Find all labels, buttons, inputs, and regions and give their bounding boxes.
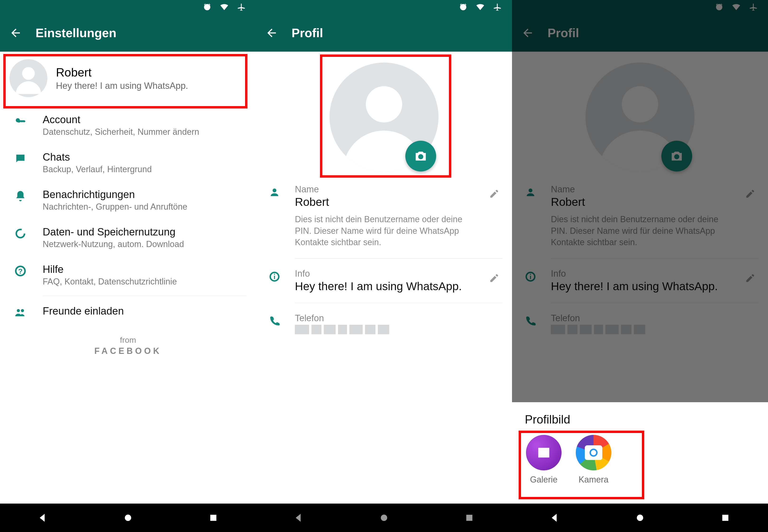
nav-recents-button[interactable] [201,511,225,525]
svg-point-13 [381,515,387,521]
android-nav-bar [512,504,768,532]
item-subtitle: Backup, Verlauf, Hintergrund [43,164,152,174]
svg-point-9 [272,189,276,192]
settings-item-invite[interactable]: Freunde einladen [0,298,256,326]
option-label: Kamera [575,475,613,485]
svg-text:?: ? [18,267,23,275]
svg-rect-14 [466,515,473,521]
nav-home-button[interactable] [116,511,140,525]
svg-rect-7 [210,515,216,521]
profile-row[interactable]: Robert Hey there! I am using WhatsApp. [0,52,256,107]
svg-point-4 [17,309,20,312]
android-nav-bar [256,504,512,532]
option-label: Galerie [525,475,563,485]
svg-rect-11 [274,276,275,279]
item-title: Account [43,114,199,126]
status-bar [0,0,256,14]
android-nav-bar [0,504,256,532]
item-title: Hilfe [43,263,177,275]
phone-field[interactable]: Telefon [256,305,512,342]
nav-back-button[interactable] [31,511,54,525]
profile-status: Hey there! I am using WhatsApp. [56,81,188,91]
alarm-icon [458,2,469,12]
phone-label: Telefon [295,313,503,323]
camera-icon [576,435,611,470]
name-field[interactable]: Name Robert Dies ist nicht dein Benutzer… [256,176,512,256]
edit-info-button[interactable] [486,269,503,283]
phone-value-redacted [295,325,503,334]
svg-rect-12 [274,274,275,275]
svg-point-0 [22,67,35,80]
nav-back-button[interactable] [287,511,310,525]
option-camera[interactable]: Kamera [575,435,613,485]
settings-item-account[interactable]: Account Datenschutz, Sicherheit, Nummer … [0,107,256,144]
sheet-options: Galerie Kamera [525,435,755,485]
divider [295,258,503,259]
settings-item-notifications[interactable]: Benachrichtigungen Nachrichten-, Gruppen… [0,181,256,219]
item-subtitle: FAQ, Kontakt, Datenschutzrichtlinie [43,277,177,287]
alarm-icon [202,2,212,12]
wifi-icon [219,2,229,12]
nav-back-button[interactable] [543,511,567,525]
option-gallery[interactable]: Galerie [525,435,563,485]
change-photo-fab[interactable] [405,141,436,171]
item-title: Daten- und Speichernutzung [43,226,184,238]
info-field[interactable]: Info Hey there! I am using WhatsApp. [256,261,512,301]
person-icon [269,184,295,199]
photo-source-sheet: Profilbild Galerie Kamera [512,402,768,504]
svg-point-8 [366,86,402,122]
from-label: from [0,335,256,345]
nav-recents-button[interactable] [458,511,481,525]
brand-label: FACEBOOK [0,346,256,356]
triptych: Einstellungen Robert Hey there! I am usi… [0,0,768,532]
nav-home-button[interactable] [628,511,652,525]
item-subtitle: Datenschutz, Sicherheit, Nummer ändern [43,127,199,137]
item-title: Freunde einladen [43,305,124,317]
svg-point-20 [637,515,643,521]
item-subtitle: Nachrichten-, Gruppen- und Anruftöne [43,202,187,212]
settings-content: Robert Hey there! I am using WhatsApp. A… [0,52,256,356]
screen-profile: Profil Name Robert Dies ist nicht dein B… [256,0,512,532]
appbar-title: Profil [291,26,323,40]
phone-icon [269,313,295,328]
svg-point-5 [21,309,24,312]
divider [43,296,246,296]
screen-settings: Einstellungen Robert Hey there! I am usi… [0,0,256,532]
back-button[interactable] [264,26,279,40]
sheet-title: Profilbild [525,413,755,426]
bell-icon [14,189,43,202]
app-bar: Einstellungen [0,14,256,52]
settings-item-chats[interactable]: Chats Backup, Verlauf, Hintergrund [0,144,256,181]
airplane-icon [236,2,246,12]
app-bar: Profil [256,14,512,52]
name-value: Robert [295,195,486,208]
help-icon: ? [14,263,43,277]
chat-icon [14,151,43,165]
back-button[interactable] [9,26,23,40]
settings-item-help[interactable]: ? Hilfe FAQ, Kontakt, Datenschutzrichtli… [0,256,256,294]
key-icon [14,114,43,127]
screen-profile-sheet: Profil Name Robert Dies ist nicht dein B… [512,0,768,532]
info-value: Hey there! I am using WhatsApp. [295,280,486,293]
item-subtitle: Netzwerk-Nutzung, autom. Download [43,239,184,249]
info-label: Info [295,269,486,279]
item-title: Benachrichtigungen [43,189,187,200]
divider [295,303,503,303]
info-icon [269,269,295,283]
settings-item-data[interactable]: Daten- und Speichernutzung Netzwerk-Nutz… [0,219,256,256]
people-icon [14,305,43,319]
edit-name-button[interactable] [486,184,503,199]
avatar-section [256,52,512,176]
avatar-icon [9,59,47,97]
appbar-title: Einstellungen [36,26,116,40]
item-title: Chats [43,151,152,163]
status-bar [256,0,512,14]
from-facebook: from FACEBOOK [0,335,256,356]
airplane-icon [492,2,503,12]
nav-home-button[interactable] [372,511,396,525]
nav-recents-button[interactable] [714,511,737,525]
gallery-icon [526,435,562,470]
name-hint: Dies ist nicht dein Benutzername oder de… [295,214,480,248]
data-usage-icon [14,226,43,240]
svg-point-1 [16,230,25,238]
